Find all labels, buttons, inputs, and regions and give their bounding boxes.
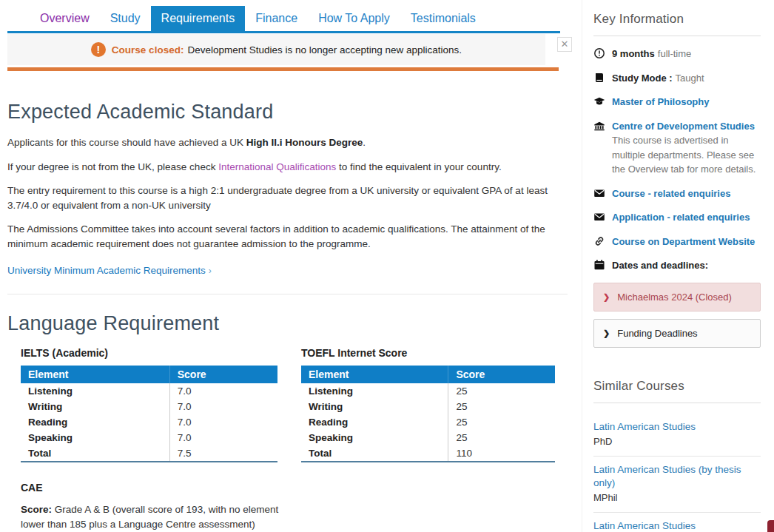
toefl-row-value: 25 xyxy=(448,430,555,445)
ielts-row-value: 7.0 xyxy=(169,399,277,414)
table-row: Speaking25 xyxy=(301,430,555,445)
chevron-right-icon: ❯ xyxy=(603,329,610,338)
academic-p2: If your degree is not from the UK, pleas… xyxy=(7,160,571,175)
ielts-row-label: Total xyxy=(21,445,169,462)
toefl-row-label: Listening xyxy=(301,383,448,399)
chevron-right-icon: › xyxy=(209,266,212,276)
tab-finance[interactable]: Finance xyxy=(245,6,308,31)
similar-course-link[interactable]: Latin American Studies (by thesis only) xyxy=(593,463,761,490)
tab-bar: Overview Study Requirements Finance How … xyxy=(30,6,582,31)
toefl-row-value: 25 xyxy=(448,399,555,414)
close-icon[interactable]: ✕ xyxy=(557,37,572,52)
table-row: Writing7.0 xyxy=(21,399,277,414)
sidebar: Key Information 9 monthsfull-time Study … xyxy=(582,0,774,532)
toefl-header-score: Score xyxy=(448,366,555,383)
list-item: Latin American Studies MPhil xyxy=(593,513,761,532)
table-row: Reading25 xyxy=(301,414,555,430)
list-item: Latin American Studies (by thesis only) … xyxy=(593,457,761,513)
minimum-requirements-link[interactable]: University Minimum Academic Requirements… xyxy=(7,265,212,276)
calendar-icon xyxy=(593,259,605,271)
table-row: Writing25 xyxy=(301,399,555,414)
toefl-caption: TOEFL Internet Score xyxy=(301,347,555,359)
ielts-header-element: Element xyxy=(21,366,169,383)
envelope-icon xyxy=(593,187,605,199)
duration-item: 9 monthsfull-time xyxy=(593,47,761,61)
award-link[interactable]: Master of Philosophy xyxy=(612,96,709,107)
ielts-header-score: Score xyxy=(169,366,277,383)
academic-p4: The Admissions Committee takes into acco… xyxy=(7,222,571,251)
similar-course-link[interactable]: Latin American Studies xyxy=(593,519,761,532)
study-mode-value: Taught xyxy=(676,73,704,84)
tab-requirements[interactable]: Requirements xyxy=(151,6,246,31)
academic-p1-end: . xyxy=(363,137,366,148)
toefl-row-value: 110 xyxy=(448,445,555,462)
study-mode-item: Study Mode :Taught xyxy=(593,71,761,86)
cae-score-text: Grade A & B (overall score of 193, with … xyxy=(21,504,278,530)
minimum-requirements-label: University Minimum Academic Requirements xyxy=(7,265,206,276)
table-row: Total110 xyxy=(301,445,555,462)
alert-message: Development Studies is no longer accepti… xyxy=(187,44,462,55)
book-icon xyxy=(593,72,605,84)
toefl-column: TOEFL Internet Score Element Score Liste… xyxy=(301,347,555,532)
deadlines-item: Dates and deadlines: xyxy=(593,258,761,273)
ielts-column: IELTS (Academic) Element Score Listening… xyxy=(21,347,277,532)
deadlines-text: Dates and deadlines: xyxy=(612,258,708,273)
toefl-row-label: Total xyxy=(301,445,448,462)
envelope-icon xyxy=(593,211,605,223)
table-row: Listening25 xyxy=(301,383,555,399)
tab-overview[interactable]: Overview xyxy=(30,6,100,31)
academic-p2-text: If your degree is not from the UK, pleas… xyxy=(7,161,218,172)
toefl-table: Element Score Listening25 Writing25 Read… xyxy=(301,366,555,462)
course-closed-alert: Course closed: Development Studies is no… xyxy=(7,34,545,65)
application-enquiries-link[interactable]: Application - related enquiries xyxy=(612,212,750,223)
bank-icon xyxy=(593,120,605,132)
course-enquiries-link[interactable]: Course - related enquiries xyxy=(612,188,730,199)
toefl-header-element: Element xyxy=(301,366,448,383)
academic-standard-section: Expected Academic Standard Applicants fo… xyxy=(7,101,582,277)
cae-score-label: Score: xyxy=(21,504,52,515)
cae-heading: CAE xyxy=(21,482,277,494)
deadline-funding[interactable]: ❯ Funding Deadlines xyxy=(593,319,761,348)
department-website-item: Course on Department Website xyxy=(593,235,761,249)
deadline-michaelmas-closed[interactable]: ❯ Michaelmas 2024 (Closed) xyxy=(593,283,761,312)
alert-title: Course closed: xyxy=(112,44,184,55)
duration-value: 9 months xyxy=(612,48,655,59)
tab-how-to-apply[interactable]: How To Apply xyxy=(308,6,400,31)
course-enquiries-item: Course - related enquiries xyxy=(593,186,761,201)
department-note: This course is advertised in multiple de… xyxy=(612,135,756,175)
toefl-row-label: Reading xyxy=(301,414,448,430)
tab-study[interactable]: Study xyxy=(100,6,151,31)
ielts-row-label: Speaking xyxy=(21,430,169,445)
ielts-row-label: Reading xyxy=(21,414,169,430)
similar-course-link[interactable]: Latin American Studies xyxy=(593,420,761,434)
ielts-caption: IELTS (Academic) xyxy=(21,347,277,359)
academic-p3: The entry requirement to this course is … xyxy=(7,183,571,212)
department-link[interactable]: Centre of Development Studies xyxy=(612,121,755,132)
ielts-row-label: Listening xyxy=(21,383,169,399)
table-row: Total7.5 xyxy=(21,445,277,462)
orange-divider xyxy=(7,67,559,71)
tab-underline xyxy=(7,31,560,33)
department-website-link[interactable]: Course on Department Website xyxy=(612,236,755,247)
toefl-row-value: 25 xyxy=(448,383,555,399)
exclamation-circle-icon xyxy=(91,42,106,57)
table-row: Speaking7.0 xyxy=(21,430,277,445)
ielts-table: Element Score Listening7.0 Writing7.0 Re… xyxy=(21,366,277,462)
cae-score: Score: Grade A & B (overall score of 193… xyxy=(21,502,283,531)
department-text: Centre of Development Studies This cours… xyxy=(612,119,761,177)
table-header-row: Element Score xyxy=(21,366,277,383)
toefl-row-label: Writing xyxy=(301,399,448,414)
link-icon xyxy=(593,235,605,247)
language-requirement-title: Language Requirement xyxy=(7,312,582,335)
duration-mode: full-time xyxy=(658,48,692,59)
international-qualifications-link[interactable]: International Qualifications xyxy=(218,161,336,172)
tab-testimonials[interactable]: Testimonials xyxy=(400,6,486,31)
scroll-top-partial[interactable] xyxy=(767,520,774,532)
table-row: Listening7.0 xyxy=(21,383,277,399)
table-row: Reading7.0 xyxy=(21,414,277,430)
study-mode-text: Study Mode :Taught xyxy=(612,71,704,86)
academic-p1-bold: High II.i Honours Degree xyxy=(246,137,363,148)
alert-row: Course closed: Development Studies is no… xyxy=(7,34,582,65)
toefl-row-value: 25 xyxy=(448,414,555,430)
graduation-cap-icon xyxy=(593,95,605,107)
